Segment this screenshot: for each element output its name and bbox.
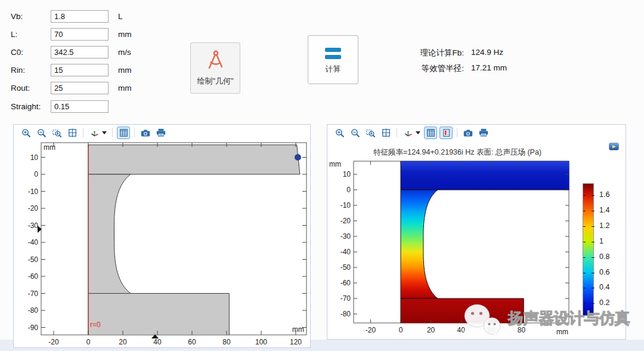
baffle-bar — [88, 145, 300, 174]
colorbar-tick — [592, 242, 595, 242]
form-row-straight: Straight: — [8, 100, 175, 113]
x-tick-label: 40 — [457, 326, 466, 334]
grid-toggle-icon[interactable] — [424, 127, 437, 139]
vb-input[interactable] — [51, 10, 109, 23]
x-tick-label: -20 — [366, 326, 376, 334]
straight-input[interactable] — [51, 100, 109, 113]
grid-toggle-icon[interactable] — [117, 127, 130, 139]
c0-unit: m/s — [118, 48, 131, 57]
parameter-form: Vb: L L: mm C0: m/s Rin: mm Rout: mm Str… — [8, 8, 175, 116]
result-row-fb: 理论计算Fb: 124.9 Hz — [407, 48, 544, 60]
radius-label: 等效管半径: — [407, 63, 464, 74]
colorbar-tick — [583, 242, 586, 242]
x-tick-label: 0 — [86, 338, 91, 346]
colorbar-tick-label: 1.2 — [599, 221, 620, 231]
y-axis-unit: mm — [329, 160, 341, 168]
colorbar-tick — [583, 226, 586, 227]
snapshot-camera-icon[interactable] — [139, 127, 152, 139]
draw-geometry-button[interactable]: 绘制"几何" — [190, 42, 240, 94]
colorbar-tick — [592, 257, 595, 258]
pressure-plot-toolbar — [327, 125, 626, 140]
rout-label: Rout: — [11, 84, 30, 93]
y-tick-label: -10 — [340, 201, 351, 210]
x-axis-unit: mm — [292, 325, 304, 334]
y-tick-label: -80 — [340, 310, 351, 318]
chevron-down-icon[interactable] — [416, 131, 420, 134]
print-icon[interactable] — [477, 127, 490, 139]
chevron-down-icon[interactable] — [102, 131, 107, 134]
color-legend-toggle-icon[interactable] — [439, 127, 453, 139]
form-row-c0: C0: m/s — [8, 46, 175, 59]
zoom-extents-icon[interactable] — [66, 127, 79, 139]
colorbar-tick-label: 0.2 — [599, 298, 620, 308]
zoom-box-icon[interactable] — [364, 127, 377, 139]
colorbar-tick-label: 0.6 — [599, 268, 620, 278]
zoom-out-icon[interactable] — [348, 127, 361, 139]
print-icon[interactable] — [154, 127, 168, 139]
axis-orientation-icon[interactable] — [88, 127, 101, 139]
y-axis-unit: mm — [44, 143, 55, 152]
form-row-rin: Rin: mm — [8, 64, 175, 77]
snapshot-camera-icon[interactable] — [462, 127, 475, 139]
y-tick-label: 0 — [346, 186, 351, 194]
colorbar-tick — [583, 257, 586, 258]
colorbar — [583, 183, 594, 316]
colorbar-tick — [592, 288, 595, 288]
x-axis-unit: mm — [556, 328, 568, 336]
toolbar-separator — [457, 128, 457, 137]
x-tick-label: 60 — [487, 326, 496, 334]
zoom-in-icon[interactable] — [333, 127, 346, 139]
zoom-in-icon[interactable] — [19, 127, 32, 139]
y-tick-label: -40 — [28, 238, 39, 247]
straight-label: Straight: — [11, 102, 41, 111]
y-tick-label: -50 — [28, 255, 39, 264]
plot-title: 特征频率=124.94+0.21936i Hz 表面: 总声压场 (Pa) — [373, 148, 541, 156]
colorbar-tick — [583, 211, 586, 211]
pressure-plot-canvas[interactable]: 特征频率=124.94+0.21936i Hz 表面: 总声压场 (Pa) mm… — [327, 140, 626, 339]
x-tick-label: 80 — [222, 338, 231, 346]
colorbar-tick-label: 1 — [599, 237, 620, 247]
toolbar-separator — [397, 128, 397, 137]
colorbar-tick — [592, 273, 595, 273]
x-tick-label: 60 — [188, 338, 196, 346]
l-unit: mm — [118, 30, 132, 39]
x-tick-label: 0 — [399, 326, 403, 334]
rin-input[interactable] — [51, 64, 109, 76]
y-tick-label: -90 — [28, 324, 39, 332]
colorbar-tick — [583, 303, 586, 304]
rout-input[interactable] — [51, 82, 109, 94]
x-tick-label: 40 — [153, 338, 162, 346]
compute-button[interactable]: 计算 — [308, 35, 358, 84]
x-tick-label: 80 — [518, 326, 526, 334]
y-tick-label: -70 — [28, 290, 39, 298]
y-tick-label: -50 — [340, 263, 351, 272]
geometry-plot-canvas[interactable]: mm mm r=0 -20 0 20 40 60 80 100 120 10 0… — [14, 140, 310, 347]
y-tick-label: -60 — [340, 279, 351, 287]
y-tick-label: -60 — [28, 272, 39, 281]
colorbar-tick-label: 1.4 — [599, 206, 620, 215]
fb-label: 理论计算Fb: — [407, 48, 464, 59]
zoom-extents-icon[interactable] — [379, 127, 392, 139]
rout-unit: mm — [118, 84, 132, 93]
colorbar-tick — [592, 195, 595, 196]
l-label: L: — [11, 30, 17, 39]
y-tick-label: -30 — [28, 221, 39, 230]
axis-orientation-icon[interactable] — [401, 127, 414, 139]
toolbar-separator — [112, 128, 113, 137]
app-window: { "form": { "fields": [ { "label": "Vb:"… — [0, 0, 644, 351]
pressure-plot-panel: 特征频率=124.94+0.21936i Hz 表面: 总声压场 (Pa) mm… — [327, 124, 626, 340]
point-marker — [295, 154, 301, 161]
c0-input[interactable] — [51, 46, 109, 59]
result-row-radius: 等效管半径: 17.21 mm — [407, 63, 544, 75]
colorbar-tick-label: 0.8 — [599, 253, 620, 262]
toolbar-separator — [134, 128, 135, 137]
zoom-box-icon[interactable] — [50, 127, 63, 139]
compass-icon — [205, 50, 226, 71]
colorbar-tick — [592, 211, 595, 211]
y-tick-label: -30 — [340, 232, 351, 241]
zoom-out-icon[interactable] — [35, 127, 48, 139]
l-input[interactable] — [51, 28, 109, 41]
colorbar-tick-label: 0.4 — [599, 283, 620, 292]
form-row-l: L: mm — [8, 28, 175, 41]
box-bottom-bar — [88, 294, 229, 335]
